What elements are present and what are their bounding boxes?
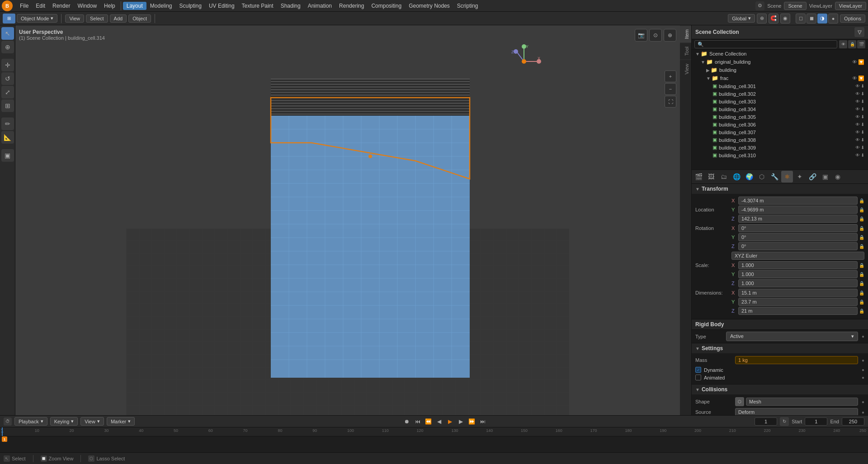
workspace-sculpting[interactable]: Sculpting — [176, 2, 205, 10]
snap-magnet-icon[interactable]: 🧲 — [769, 14, 778, 23]
tab-view[interactable]: View — [680, 60, 691, 78]
tool-annotate[interactable]: ✏ — [1, 117, 14, 130]
cell-310-restrict[interactable]: ⬇ — [861, 153, 864, 158]
workspace-texture-paint[interactable]: Texture Paint — [238, 2, 277, 10]
outliner-cell-307[interactable]: ▣ building_cell.307 👁 ⬇ — [708, 128, 868, 136]
rotation-mode-select[interactable]: XYZ Euler — [731, 252, 864, 260]
rot-z-lock[interactable]: 🔒 — [859, 244, 864, 249]
cell-309-eye[interactable]: 👁 — [855, 145, 860, 150]
current-frame-input[interactable]: 1 — [755, 417, 777, 426]
outliner-search-input[interactable] — [694, 40, 837, 48]
options-btn[interactable]: Options — [840, 14, 865, 23]
outliner-cell-310[interactable]: ▣ building_cell.310 👁 ⬇ — [708, 151, 868, 159]
cell-306-eye[interactable]: 👁 — [855, 122, 860, 127]
cell-304-restrict[interactable]: ⬇ — [861, 107, 864, 112]
tool-measure[interactable]: 📐 — [1, 131, 14, 144]
wireframe-shading[interactable]: ◻ — [796, 14, 806, 23]
rot-y-field[interactable]: 0° — [738, 233, 858, 241]
loc-y-lock[interactable]: 🔒 — [859, 207, 864, 212]
timeline-skip-start-btn[interactable]: ⏮ — [413, 417, 422, 426]
dynamic-dot[interactable]: ● — [862, 367, 864, 372]
workspace-scripting[interactable]: Scripting — [453, 2, 482, 10]
object-menu[interactable]: Object — [128, 14, 151, 23]
outliner-original-building[interactable]: ▼ 📁 original_building 👁 🔽 — [697, 58, 868, 66]
outliner-view-btn[interactable]: 👁 — [839, 40, 847, 48]
tool-cursor[interactable]: ⊕ — [1, 41, 14, 53]
cell-307-eye[interactable]: 👁 — [855, 130, 860, 135]
menu-window[interactable]: Window — [74, 2, 100, 10]
mass-field[interactable]: 1 kg — [735, 356, 858, 364]
outliner-filter-btn[interactable]: ▽ — [854, 27, 864, 37]
outliner-frac[interactable]: ▼ 📁 frac 👁 🔽 — [703, 74, 868, 82]
proportional-edit-icon[interactable]: ◉ — [780, 14, 790, 23]
timeline-next-frame-btn[interactable]: ⏩ — [467, 417, 476, 426]
loc-y-field[interactable]: -4.9699 m — [738, 206, 858, 214]
frame-sync-icon[interactable]: ↻ — [780, 417, 789, 426]
timeline-prev-frame-btn[interactable]: ⏪ — [424, 417, 433, 426]
dim-z-field[interactable]: 21 m — [738, 307, 858, 315]
outliner-cell-309[interactable]: ▣ building_cell.309 👁 ⬇ — [708, 144, 868, 151]
timeline-stop-btn[interactable]: ⏺ — [402, 417, 411, 426]
dim-y-field[interactable]: 23.7 m — [738, 298, 858, 306]
loc-z-field[interactable]: 142.13 m — [738, 215, 858, 223]
transform-orientation-icon[interactable]: ⊕ — [757, 14, 767, 23]
add-menu[interactable]: Add — [110, 14, 127, 23]
timeline-view-dropdown[interactable]: View ▾ — [80, 417, 104, 426]
timeline-prev-keyframe-btn[interactable]: ◀ — [435, 417, 444, 426]
outliner-cell-301[interactable]: ▣ building_cell.301 👁 ⬇ — [708, 82, 868, 90]
prop-tab-material[interactable]: ◉ — [832, 171, 844, 183]
timeline-clock-icon[interactable]: ⏱ — [4, 417, 12, 426]
viewport-fullscreen[interactable]: ⛶ — [665, 96, 676, 108]
cell-302-restrict[interactable]: ⬇ — [861, 91, 864, 96]
scene-selector[interactable]: Scene — [784, 2, 806, 10]
tool-add-cube[interactable]: ▣ — [1, 149, 14, 162]
shape-select[interactable]: Mesh — [746, 398, 858, 406]
solid-shading[interactable]: ◼ — [807, 14, 816, 23]
tool-select[interactable]: ↖ — [1, 27, 14, 40]
tab-item[interactable]: Item — [680, 25, 691, 42]
viewport-icon[interactable]: ⊞ — [3, 14, 15, 23]
timeline-play-btn[interactable]: ▶ — [446, 417, 455, 426]
playback-dropdown[interactable]: Playback ▾ — [14, 417, 47, 426]
tab-tool[interactable]: Tool — [680, 42, 691, 59]
tool-scale[interactable]: ⤢ — [1, 86, 14, 98]
transform-header[interactable]: ▼ Transform — [692, 184, 868, 194]
frac-restrict-icon[interactable]: 🔽 — [858, 75, 864, 81]
cell-302-eye[interactable]: 👁 — [855, 91, 860, 96]
prop-tab-output[interactable]: 🖼 — [705, 171, 717, 183]
cell-308-eye[interactable]: 👁 — [855, 137, 860, 142]
cell-307-restrict[interactable]: ⬇ — [861, 130, 864, 135]
collisions-header[interactable]: ▼ Collisions — [692, 384, 868, 394]
blender-version-icon[interactable]: ⚙ — [755, 1, 764, 10]
cell-306-restrict[interactable]: ⬇ — [861, 122, 864, 127]
cell-308-restrict[interactable]: ⬇ — [861, 137, 864, 142]
view-menu[interactable]: View — [65, 14, 84, 23]
outliner-scene-collection[interactable]: ▼ 📁 Scene Collection — [692, 50, 868, 58]
outliner-restrict-btn[interactable]: 🔒 — [848, 40, 856, 48]
outliner-cell-308[interactable]: ▣ building_cell.308 👁 ⬇ — [708, 136, 868, 144]
prop-tab-render[interactable]: 🎬 — [693, 171, 704, 183]
viewport-zoom-in[interactable]: + — [665, 70, 676, 82]
rb-type-select[interactable]: Active ▾ — [726, 332, 858, 341]
dim-x-field[interactable]: 15.1 m — [738, 289, 858, 297]
scale-z-lock[interactable]: 🔒 — [859, 281, 864, 286]
timeline-track[interactable]: 1 10 20 30 40 50 60 70 80 90 100 110 120… — [0, 427, 868, 452]
animated-checkbox[interactable] — [695, 375, 701, 380]
timeline-next-keyframe-btn[interactable]: ▶ — [457, 417, 466, 426]
workspace-compositing[interactable]: Compositing — [368, 2, 405, 10]
dim-z-lock[interactable]: 🔒 — [859, 309, 864, 314]
workspace-animation[interactable]: Animation — [304, 2, 335, 10]
viewport-zoom-out[interactable]: − — [665, 83, 676, 95]
loc-x-field[interactable]: -4.3074 m — [738, 197, 858, 205]
item-restrict-icon[interactable]: 🔽 — [858, 59, 864, 65]
rot-x-lock[interactable]: 🔒 — [859, 226, 864, 231]
rot-x-field[interactable]: 0° — [738, 224, 858, 232]
outliner-camera-btn[interactable]: 🎬 — [857, 40, 865, 48]
rendered-shading[interactable]: ● — [828, 14, 838, 23]
loc-z-lock[interactable]: 🔒 — [859, 216, 864, 221]
tool-rotate[interactable]: ↺ — [1, 72, 14, 85]
prop-tab-physics[interactable]: ⚛ — [781, 171, 793, 183]
cell-301-eye[interactable]: 👁 — [855, 84, 860, 89]
prop-tab-particles[interactable]: ✦ — [794, 171, 806, 183]
cell-304-eye[interactable]: 👁 — [855, 107, 860, 112]
